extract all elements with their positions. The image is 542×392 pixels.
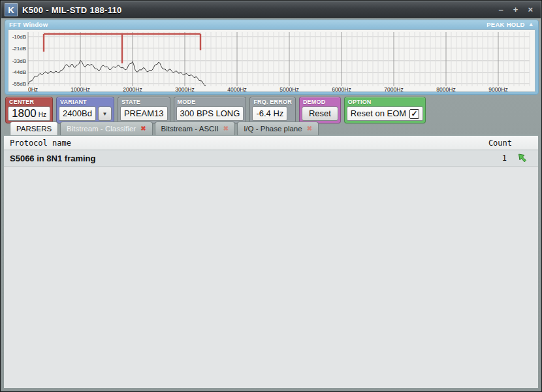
option-label: OPTION — [347, 98, 423, 106]
svg-text:4000Hz: 4000Hz — [227, 86, 246, 93]
variant-panel: VARIANT 2400Bd ▼ — [56, 97, 114, 123]
svg-text:1000Hz: 1000Hz — [71, 86, 89, 93]
svg-text:-44dB: -44dB — [12, 69, 26, 75]
svg-text:-21dB: -21dB — [12, 46, 26, 52]
table-row[interactable]: S5066 in 8N1 framing 1 — [4, 150, 538, 167]
reset-on-eom-checkbox[interactable]: ✓ — [409, 109, 419, 119]
app-icon: K — [5, 3, 18, 16]
tab-close-icon[interactable]: ✖ — [140, 125, 146, 132]
peak-hold-label: PEAK HOLD — [486, 21, 525, 28]
goto-stream-icon[interactable] — [517, 153, 528, 163]
frequency-error-value: -6.4 Hz — [252, 106, 287, 121]
svg-text:5000Hz: 5000Hz — [279, 86, 298, 93]
tab-label: Bitstream - Classifier — [67, 125, 136, 133]
checkmark-icon: ✓ — [411, 110, 418, 118]
mode-value: 300 BPS LONG — [176, 106, 244, 121]
frequency-error-panel: FRQ. ERROR -6.4 Hz — [249, 97, 296, 123]
tab-label: I/Q - Phase plane — [244, 125, 302, 133]
tab-iq-phase-plane[interactable]: I/Q - Phase plane ✖ — [237, 122, 319, 135]
svg-text:-55dB: -55dB — [12, 81, 26, 87]
parsers-content: Protocol name Count S5066 in 8N1 framing… — [4, 135, 538, 388]
app-window: K K500 - MIL-STD 188-110 – + × FFT Windo… — [0, 0, 542, 392]
svg-text:7000Hz: 7000Hz — [384, 86, 403, 93]
svg-text:9000Hz: 9000Hz — [488, 86, 507, 93]
variant-dropdown-button[interactable]: ▼ — [98, 106, 112, 121]
tab-label: Bitstream - ASCII — [161, 125, 219, 133]
table-header: Protocol name Count — [4, 136, 538, 150]
svg-text:6000Hz: 6000Hz — [332, 86, 351, 93]
option-panel: OPTION Reset on EOM ✓ — [344, 97, 426, 123]
close-icon[interactable]: × — [528, 5, 533, 14]
count-cell: 1 — [487, 154, 507, 163]
chevron-up-icon: ▲ — [528, 22, 534, 27]
center-frequency-number: 1800 — [12, 107, 37, 120]
svg-text:8000Hz: 8000Hz — [436, 86, 455, 93]
center-frequency-unit: Hz — [39, 108, 46, 122]
reset-on-eom-option: Reset on EOM ✓ — [347, 106, 423, 121]
tab-bar: PARSERS Bitstream - Classifier ✖ Bitstre… — [10, 122, 538, 135]
fft-panel-title: FFT Window — [9, 21, 48, 28]
fft-plot[interactable]: -10dB-21dB-33dB-44dB-55dB0Hz1000Hz2000Hz… — [8, 30, 536, 93]
minimize-icon[interactable]: – — [499, 5, 503, 14]
peak-hold-toggle[interactable]: PEAK HOLD ▲ — [486, 21, 534, 28]
state-label: STATE — [120, 98, 168, 106]
tab-bitstream-classifier[interactable]: Bitstream - Classifier ✖ — [60, 122, 152, 135]
tab-bitstream-ascii[interactable]: Bitstream - ASCII ✖ — [155, 122, 236, 135]
svg-text:3000Hz: 3000Hz — [175, 86, 194, 93]
protocol-name-cell: S5066 in 8N1 framing — [4, 154, 487, 163]
svg-text:0Hz: 0Hz — [28, 86, 38, 93]
fft-plot-area: -10dB-21dB-33dB-44dB-55dB0Hz1000Hz2000Hz… — [8, 29, 535, 92]
control-strip: CENTER 1800 Hz VARIANT 2400Bd ▼ STATE PR… — [5, 97, 538, 121]
window-title: K500 - MIL-STD 188-110 — [22, 5, 122, 15]
state-panel: STATE PREAM13 — [118, 97, 170, 123]
fft-panel: FFT Window PEAK HOLD ▲ -10dB-21dB-33dB-4… — [5, 20, 539, 95]
center-label: CENTER — [8, 98, 50, 106]
protocol-name-column-header: Protocol name — [4, 139, 488, 148]
demod-label: DEMOD — [302, 98, 338, 106]
variant-value: 2400Bd — [59, 106, 96, 121]
frequency-error-label: FRQ. ERROR — [252, 98, 293, 106]
tab-label: PARSERS — [16, 125, 52, 133]
svg-text:-10dB: -10dB — [12, 34, 26, 40]
title-bar: K K500 - MIL-STD 188-110 – + × — [1, 1, 541, 18]
demod-reset-button[interactable]: Reset — [302, 106, 338, 121]
tab-parsers[interactable]: PARSERS — [10, 122, 58, 135]
center-frequency-panel: CENTER 1800 Hz — [5, 97, 53, 123]
mode-label: MODE — [176, 98, 244, 106]
center-frequency-value[interactable]: 1800 Hz — [8, 106, 50, 121]
mode-panel: MODE 300 BPS LONG — [174, 97, 247, 123]
fft-panel-header: FFT Window PEAK HOLD ▲ — [5, 20, 538, 29]
svg-text:-33dB: -33dB — [12, 58, 26, 64]
chevron-down-icon: ▼ — [102, 108, 107, 120]
variant-label: VARIANT — [59, 98, 112, 106]
tab-close-icon[interactable]: ✖ — [223, 125, 229, 132]
maximize-icon[interactable]: + — [513, 5, 518, 14]
svg-text:2000Hz: 2000Hz — [123, 86, 142, 93]
state-value: PREAM13 — [120, 106, 168, 121]
reset-on-eom-label: Reset on EOM — [351, 107, 406, 120]
count-column-header: Count — [488, 139, 538, 148]
demod-panel: DEMOD Reset — [299, 97, 341, 123]
tab-close-icon[interactable]: ✖ — [307, 125, 312, 132]
